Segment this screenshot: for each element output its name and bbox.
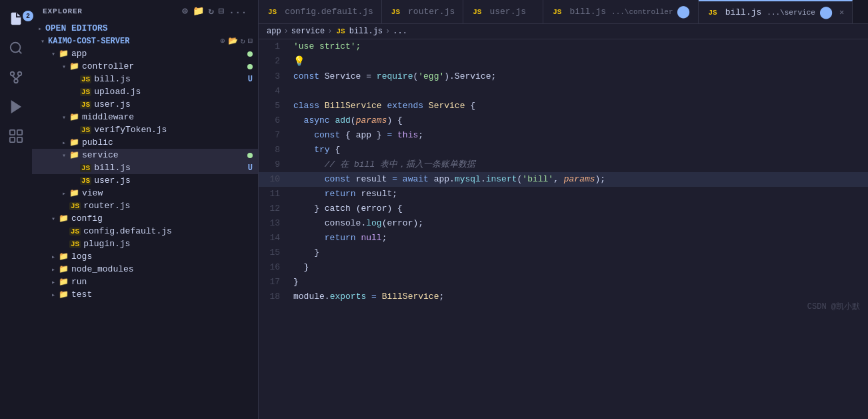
code-line-5: 5 class BillService extends Service {: [259, 99, 868, 113]
sidebar-item-node-modules[interactable]: ▸ 📁 node_modules: [32, 263, 258, 276]
sidebar-item-view[interactable]: ▸ 📁 view: [32, 187, 258, 199]
code-line-11: 11 return result;: [259, 187, 868, 201]
collapse-tree-icon[interactable]: ⊟: [248, 36, 253, 46]
code-line-14: 14 return null;: [259, 231, 868, 246]
add-file-icon[interactable]: ⊕: [220, 36, 225, 46]
sidebar-item-plugin[interactable]: ▸ JS plugin.js: [32, 238, 258, 250]
tab-bill-service[interactable]: JS bill.js ...\service ⬤ ✕: [699, 0, 853, 23]
extensions-icon[interactable]: [3, 123, 29, 149]
code-line-17: 17 }: [259, 275, 868, 290]
project-root[interactable]: ▾ KAIMO-COST-SERVER ⊕ 📂 ↻ ⊟: [32, 35, 258, 47]
code-line-10: 10 const result = await app.mysql.insert…: [259, 172, 868, 187]
svg-point-4: [14, 79, 18, 83]
sidebar-item-bill-service[interactable]: ▸ JS bill.js U: [32, 161, 258, 174]
files-icon[interactable]: 2: [3, 5, 29, 32]
close-tab-icon[interactable]: ✕: [839, 7, 844, 17]
sidebar-item-upload[interactable]: ▸ JS upload.js: [32, 85, 258, 98]
sidebar-item-run[interactable]: ▸ 📁 run: [32, 276, 258, 288]
run-icon[interactable]: [3, 93, 29, 120]
sidebar-item-config[interactable]: ▾ 📁 config: [32, 212, 258, 225]
breadcrumb: app › service › JS bill.js › ...: [259, 24, 868, 39]
code-editor[interactable]: 1 'use strict'; 2 💡 3 const Service = re…: [259, 39, 868, 419]
sidebar-item-test[interactable]: ▸ 📁 test: [32, 288, 258, 301]
new-file-icon[interactable]: ⊕: [182, 5, 188, 17]
editor-area: JS config.default.js JS router.js JS use…: [259, 0, 868, 419]
svg-rect-11: [17, 137, 22, 142]
sidebar-item-logs[interactable]: ▸ 📁 logs: [32, 250, 258, 263]
sidebar-item-config-default[interactable]: ▸ JS config.default.js: [32, 225, 258, 238]
code-line-4: 4: [259, 84, 868, 99]
file-tree: ▸ OPEN EDITORS ▾ KAIMO-COST-SERVER ⊕ 📂 ↻…: [32, 22, 258, 419]
code-line-12: 12 } catch (error) {: [259, 201, 868, 216]
sidebar-item-bill-controller[interactable]: ▸ JS bill.js U: [32, 73, 258, 85]
code-line-13: 13 console.log(error);: [259, 216, 868, 231]
code-line-1: 1 'use strict';: [259, 39, 868, 54]
new-folder-icon[interactable]: 📁: [193, 5, 205, 17]
sidebar: EXPLORER ⊕ 📁 ↻ ⊟ ... ▸ OPEN EDITORS ▾ KA…: [32, 0, 259, 419]
svg-rect-8: [10, 130, 15, 135]
code-line-3: 3 const Service = require('egg').Service…: [259, 69, 868, 84]
sidebar-item-verifytoken[interactable]: ▸ JS verifyToken.js: [32, 123, 258, 136]
sidebar-header-actions: ⊕ 📁 ↻ ⊟ ...: [182, 5, 247, 17]
collapse-all-icon[interactable]: ⊟: [219, 5, 225, 17]
open-editors-section[interactable]: ▸ OPEN EDITORS: [32, 22, 258, 35]
source-control-badge: 2: [23, 11, 33, 21]
more-actions-icon[interactable]: ...: [229, 5, 247, 17]
code-line-15: 15 }: [259, 246, 868, 260]
add-folder-icon[interactable]: 📂: [228, 36, 238, 46]
activity-bar: 2: [0, 0, 32, 419]
code-line-16: 16 }: [259, 260, 868, 275]
watermark: CSDN @凯小默: [807, 301, 860, 312]
code-line-18: 18 module.exports = BillService;: [259, 290, 868, 304]
code-line-7: 7 const { app } = this;: [259, 128, 868, 143]
code-line-8: 8 try {: [259, 143, 868, 157]
svg-line-1: [19, 51, 21, 53]
tab-user[interactable]: JS user.js: [463, 0, 543, 23]
sidebar-item-router[interactable]: ▸ JS router.js: [32, 199, 258, 212]
svg-point-0: [11, 43, 21, 53]
sidebar-item-controller[interactable]: ▾ 📁 controller: [32, 60, 258, 73]
sidebar-item-service[interactable]: ▾ 📁 service: [32, 149, 258, 161]
search-icon[interactable]: [3, 35, 29, 61]
tabs-bar: JS config.default.js JS router.js JS use…: [259, 0, 868, 24]
sidebar-item-app[interactable]: ▾ 📁 app: [32, 47, 258, 60]
code-line-6: 6 async add(params) {: [259, 113, 868, 128]
tab-config-default[interactable]: JS config.default.js: [259, 0, 382, 23]
sidebar-header: EXPLORER ⊕ 📁 ↻ ⊟ ...: [32, 0, 258, 22]
sidebar-item-user-controller[interactable]: ▸ JS user.js: [32, 98, 258, 111]
refresh-icon[interactable]: ↻: [209, 5, 215, 17]
code-line-2: 2 💡: [259, 54, 868, 69]
sidebar-title: EXPLORER: [43, 7, 83, 15]
refresh-tree-icon[interactable]: ↻: [241, 36, 245, 46]
svg-marker-7: [12, 101, 21, 113]
tab-router[interactable]: JS router.js: [382, 0, 463, 23]
svg-point-3: [18, 72, 22, 76]
tab-bill-controller[interactable]: JS bill.js ...\controller ⬤: [543, 0, 699, 23]
svg-line-5: [13, 75, 17, 79]
sidebar-item-middleware[interactable]: ▾ 📁 middleware: [32, 111, 258, 123]
code-line-9: 9 // 在 bill 表中，插入一条账单数据: [259, 157, 868, 172]
svg-line-6: [16, 75, 20, 79]
svg-point-2: [11, 72, 15, 76]
svg-rect-9: [17, 130, 22, 135]
svg-rect-10: [10, 137, 15, 142]
source-control-icon[interactable]: [3, 64, 29, 91]
sidebar-item-user-service[interactable]: ▸ JS user.js: [32, 174, 258, 187]
sidebar-item-public[interactable]: ▸ 📁 public: [32, 136, 258, 149]
